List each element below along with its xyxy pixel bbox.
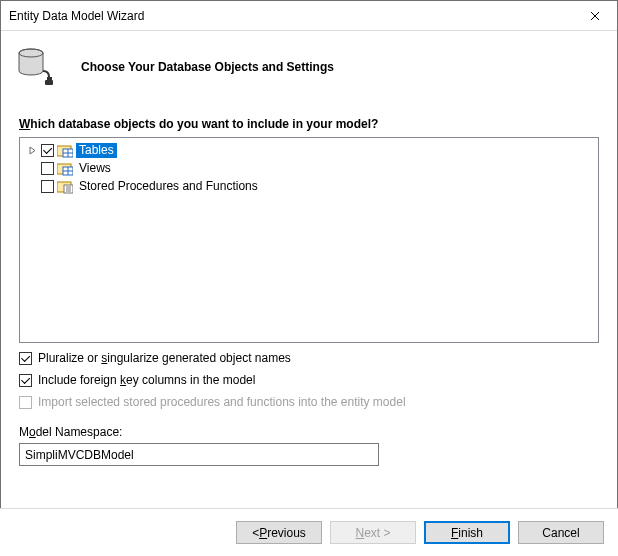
label-pluralize: Pluralize or singularize generated objec… (38, 351, 291, 365)
object-tree[interactable]: Tables Views Stored Procedures and Funct… (19, 137, 599, 343)
tree-item-views[interactable]: Views (26, 160, 592, 177)
folder-sproc-icon (57, 180, 73, 194)
option-import-sprocs: Import selected stored procedures and fu… (19, 395, 599, 409)
checkbox-foreign-keys[interactable] (19, 374, 32, 387)
titlebar: Entity Data Model Wizard (1, 1, 617, 31)
next-button: Next > (330, 521, 416, 544)
tree-label-tables: Tables (76, 143, 117, 158)
expander-icon[interactable] (26, 146, 38, 155)
tree-label-sprocs: Stored Procedures and Functions (76, 179, 261, 194)
svg-rect-2 (45, 80, 53, 85)
tree-label-views: Views (76, 161, 114, 176)
svg-rect-3 (47, 77, 49, 80)
option-foreign-keys[interactable]: Include foreign key columns in the model (19, 373, 599, 387)
checkbox-pluralize[interactable] (19, 352, 32, 365)
wizard-footer: < Previous Next > Finish Cancel (0, 508, 618, 556)
checkbox-sprocs[interactable] (41, 180, 54, 193)
label-foreign-keys: Include foreign key columns in the model (38, 373, 255, 387)
wizard-heading: Choose Your Database Objects and Setting… (81, 60, 334, 74)
close-button[interactable] (572, 1, 617, 30)
tree-item-tables[interactable]: Tables (26, 142, 592, 159)
checkbox-import-sprocs (19, 396, 32, 409)
database-icon (17, 45, 61, 89)
option-pluralize[interactable]: Pluralize or singularize generated objec… (19, 351, 599, 365)
question-label: Which database objects do you want to in… (19, 117, 599, 131)
close-icon (590, 11, 600, 21)
svg-rect-4 (50, 77, 52, 80)
cancel-button[interactable]: Cancel (518, 521, 604, 544)
namespace-label: Model Namespace: (19, 425, 599, 439)
previous-button[interactable]: < Previous (236, 521, 322, 544)
tree-item-sprocs[interactable]: Stored Procedures and Functions (26, 178, 592, 195)
finish-button[interactable]: Finish (424, 521, 510, 544)
folder-table-icon (57, 144, 73, 158)
checkbox-tables[interactable] (41, 144, 54, 157)
label-import-sprocs: Import selected stored procedures and fu… (38, 395, 406, 409)
namespace-input[interactable] (19, 443, 379, 466)
folder-view-icon (57, 162, 73, 176)
window-title: Entity Data Model Wizard (9, 9, 572, 23)
checkbox-views[interactable] (41, 162, 54, 175)
wizard-header: Choose Your Database Objects and Setting… (1, 31, 617, 99)
